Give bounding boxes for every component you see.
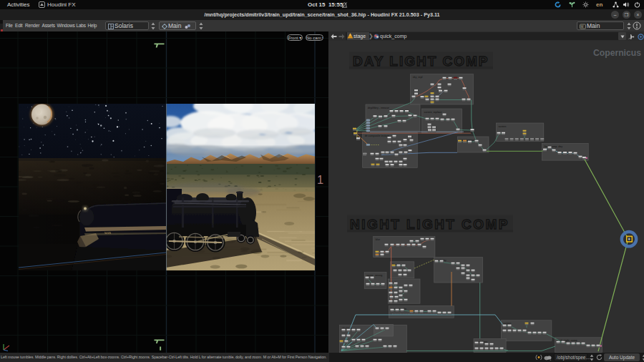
svg-text:trees improve: trees improve	[459, 139, 475, 142]
svg-text:NIGHT LIGHT COMP: NIGHT LIGHT COMP	[350, 217, 510, 232]
svg-text:screen: screen	[498, 125, 506, 128]
svg-text:comp - wrong: comp - wrong	[366, 274, 382, 277]
svg-text:screen_replace: screen_replace	[424, 111, 442, 114]
svg-text:final_comp_day: final_comp_day	[545, 145, 563, 148]
svg-text:depthkey - remove: depthkey - remove	[368, 107, 389, 109]
svg-text:DAY LIGHT COMP: DAY LIGHT COMP	[353, 54, 491, 69]
svg-text:Copernicus: Copernicus	[593, 48, 641, 58]
svg-text:blur: blur	[376, 238, 381, 241]
svg-text:5405: 5405	[104, 231, 112, 235]
svg-text:M: M	[581, 24, 584, 28]
svg-text:sky_repl: sky_repl	[413, 76, 423, 79]
svg-text:de composite texture: de composite texture	[365, 134, 389, 137]
svg-text:1: 1	[317, 173, 323, 186]
